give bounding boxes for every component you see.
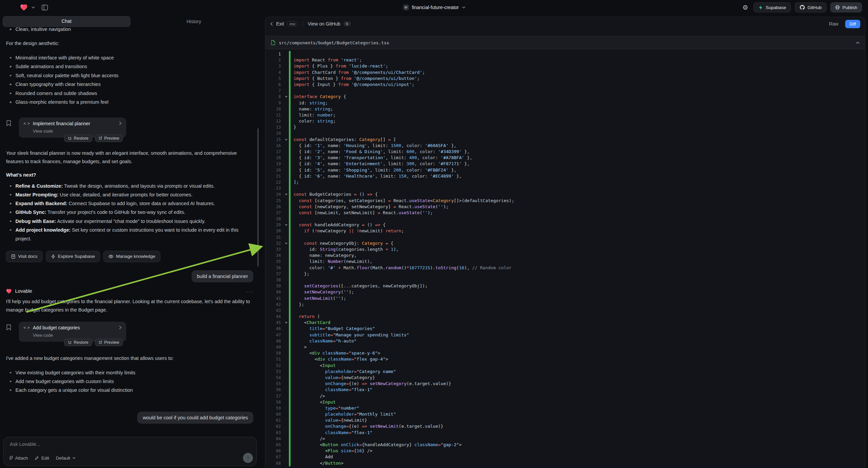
code-line: 27 const [newLimit, setNewLimit] = React… — [266, 210, 865, 216]
assistant-name: Lovable — [15, 288, 32, 294]
chat-input[interactable] — [9, 441, 251, 447]
visit-docs-button[interactable]: Visit docs — [6, 251, 42, 262]
code-line: 11 limit: number; — [266, 112, 865, 118]
chevron-right-icon — [119, 121, 121, 125]
code-line: 35 limit: Number(newLimit), — [266, 259, 865, 265]
bookmark-icon[interactable] — [6, 322, 19, 342]
leading-bullet-list: Clean, intuitive navigation — [6, 25, 253, 34]
diff-added-gutter — [289, 192, 290, 197]
send-button[interactable]: ↑ — [243, 453, 253, 463]
github-button[interactable]: GitHub — [795, 2, 827, 12]
code-line: 56 className="flex-1" — [266, 387, 865, 393]
bullet-item: Minimalist interface with plenty of whit… — [6, 53, 253, 62]
paperclip-icon — [8, 456, 13, 460]
logo-chevron-down-icon[interactable] — [32, 6, 35, 8]
fold-chevron-icon[interactable] — [283, 222, 289, 228]
view-code-link[interactable]: View code — [33, 333, 121, 338]
supabase-button[interactable]: Supabase — [753, 2, 791, 12]
diff-added-gutter — [289, 143, 290, 149]
edit-button[interactable]: Edit — [35, 456, 49, 461]
view-on-github-link[interactable]: View on GitHub — [308, 21, 340, 27]
fold-chevron-icon[interactable] — [283, 320, 289, 326]
fold-chevron-icon[interactable] — [283, 192, 289, 197]
mode-selector[interactable]: Default — [56, 456, 76, 461]
file-header[interactable]: src/components/budget/BudgetCategories.t… — [266, 36, 865, 49]
diff-added-gutter — [289, 265, 290, 271]
fold-chevron-icon[interactable] — [283, 137, 289, 143]
code-line: 65 <Button onClick={handleAddCategory} c… — [266, 442, 865, 448]
exit-button[interactable]: Exit — [276, 21, 284, 27]
code-line: 62 onChange={(e) => setNewLimit(e.target… — [266, 423, 865, 429]
attach-button[interactable]: Attach — [8, 456, 28, 461]
diff-added-gutter — [289, 387, 290, 393]
diff-added-gutter — [289, 69, 290, 76]
view-code-link[interactable]: View code — [33, 128, 121, 134]
code-line: 13} — [266, 124, 865, 130]
preview-button[interactable]: Preview — [95, 135, 123, 142]
code-line: 52 <Input — [266, 362, 865, 369]
diff-added-gutter — [289, 137, 290, 143]
code-line: 49 > — [266, 344, 865, 350]
diff-toggle[interactable]: Diff — [845, 20, 860, 28]
explore-supabase-button[interactable]: Explore Supabase — [46, 251, 100, 262]
restore-button[interactable]: Restore — [64, 339, 92, 346]
diff-added-gutter — [289, 350, 290, 356]
code-line: 5import { Button } from '@/components/ui… — [266, 76, 865, 82]
preview-button[interactable]: Preview — [95, 339, 123, 346]
bullet-item: Add project knowledge: Set key context o… — [6, 226, 253, 243]
fold-chevron-icon[interactable] — [283, 94, 289, 100]
diff-added-gutter — [289, 234, 290, 240]
diff-added-gutter — [289, 216, 290, 222]
diff-added-gutter — [289, 204, 290, 210]
bullet-item: Each category gets a unique color for vi… — [6, 386, 253, 394]
diff-added-gutter — [289, 88, 290, 94]
code-line: 50 <div className="space-y-6"> — [266, 350, 865, 356]
code-line: 20 { id: '5', name: 'Shopping', limit: 2… — [266, 167, 865, 173]
settings-gear-icon[interactable]: ⚙ — [741, 4, 750, 11]
next-steps-list: Refine & Customize: Tweak the design, an… — [6, 182, 253, 243]
manage-knowledge-button[interactable]: Manage knowledge — [103, 251, 160, 262]
message-menu-icon[interactable]: ··· — [246, 288, 253, 294]
diff-added-gutter — [289, 179, 290, 185]
chat-scrollbar[interactable] — [257, 128, 259, 267]
code-line: 58 <Input — [266, 399, 865, 405]
collapse-chevron-up-icon[interactable] — [856, 41, 860, 44]
diff-added-gutter — [289, 82, 290, 88]
code-line: 31 — [266, 234, 865, 240]
code-line: 53 placeholder="Category name" — [266, 369, 865, 375]
code-line: 43 — [266, 308, 865, 314]
esc-key-badge: esc — [287, 21, 298, 27]
diff-added-gutter — [289, 362, 290, 369]
diff-added-gutter — [289, 369, 290, 375]
code-line: 51 <div className="flex gap-4"> — [266, 356, 865, 362]
chevron-right-icon — [119, 326, 121, 329]
raw-toggle[interactable]: Raw — [826, 21, 842, 27]
lovable-heart-logo[interactable] — [20, 4, 28, 11]
code-line: 2import React from 'react'; — [266, 57, 865, 63]
bullet-item: Glass-morphic elements for a premium fee… — [6, 98, 253, 107]
publish-button[interactable]: Publish — [830, 2, 862, 12]
code-line: 57 /> — [266, 393, 865, 399]
code-line: 30 if (!newCategory || !newLimit) return… — [266, 228, 865, 234]
knowledge-eye-icon — [108, 255, 114, 259]
fold-chevron-icon[interactable] — [283, 240, 289, 246]
sidebar-toggle-icon[interactable] — [41, 5, 48, 10]
diff-added-gutter — [289, 76, 290, 82]
add-budget-categories-card[interactable]: < > Add budget categories View code Rest… — [19, 322, 126, 342]
diff-added-gutter — [289, 161, 290, 167]
bullet-item: Clean, intuitive navigation — [6, 25, 253, 34]
code-line: 67 Add — [266, 454, 865, 460]
code-line: 17 { id: '2', name: 'Food & Dining', lim… — [266, 149, 865, 155]
bookmark-icon[interactable] — [6, 117, 19, 138]
project-switcher[interactable]: financial-future-creator — [403, 0, 465, 15]
code-line: 7 — [266, 88, 865, 94]
back-chevron-icon[interactable] — [270, 22, 273, 26]
restore-button[interactable]: Restore — [64, 135, 92, 142]
topbar: financial-future-creator ⚙ Supabase GitH… — [0, 0, 868, 15]
code-panel-header: Exit esc View on GitHub 6 Raw Diff — [266, 17, 865, 31]
diff-added-gutter — [289, 240, 290, 246]
code-line: 46 title="Budget Categories" — [266, 326, 865, 332]
implement-planner-card[interactable]: < > Implement financial planner View cod… — [19, 117, 126, 138]
code-line: 66 <Plus size={16} /> — [266, 448, 865, 454]
diff-added-gutter — [289, 173, 290, 179]
